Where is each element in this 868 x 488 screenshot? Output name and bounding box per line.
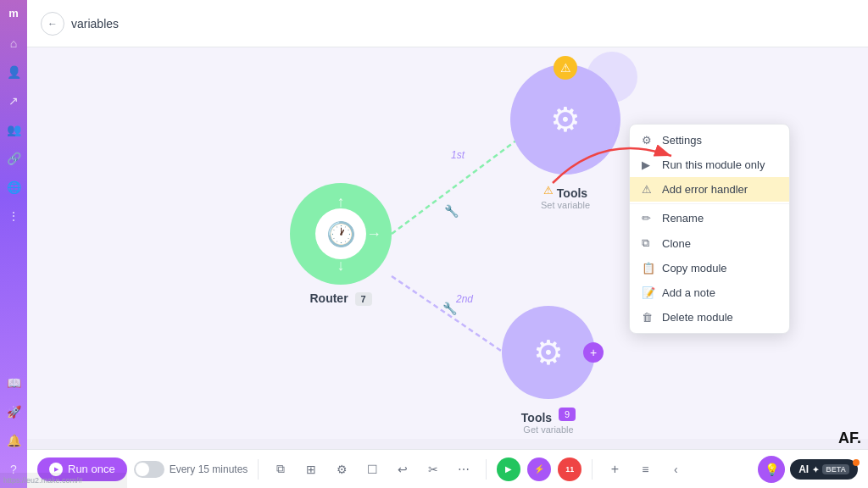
svg-line-0 (392, 132, 527, 234)
rename-icon: ✏ (642, 212, 655, 225)
sidebar-item-people[interactable]: 👥 (2, 118, 25, 141)
router-circle: ↑ → ↓ 🕐 (290, 183, 392, 285)
context-menu-clone[interactable]: ⧉ Clone (630, 230, 789, 256)
context-menu-rename[interactable]: ✏ Rename (630, 206, 789, 230)
delete-module-icon: 🗑 (642, 311, 655, 324)
settings-icon: ⚙ (642, 134, 655, 147)
router-badge: 7 (355, 292, 372, 306)
red-badge-button[interactable]: 11 (558, 458, 581, 481)
add-note-label: Add a note (662, 286, 715, 299)
divider-3 (592, 459, 593, 480)
collapse-icon-btn[interactable]: ‹ (664, 458, 687, 481)
ai-label: AI (798, 463, 809, 475)
settings-icon-btn[interactable]: ⚙ (330, 458, 353, 481)
context-menu-add-error[interactable]: ⚠ Add error handler (630, 177, 789, 202)
copy-icon-btn[interactable]: ⧉ (269, 458, 292, 481)
tools-bottom-label: Tools (521, 411, 552, 424)
router-node[interactable]: ↑ → ↓ 🕐 Router 7 (290, 183, 392, 306)
ai-buttons-wrap: 💡 AI ✦ BETA (758, 456, 858, 483)
sidebar-item-more[interactable]: ⋮ (2, 204, 25, 228)
error-handler-icon: ⚠ (642, 183, 655, 196)
sidebar-item-bell[interactable]: 🔔 (2, 429, 25, 452)
error-badge-top: ⚠ (554, 56, 577, 80)
note-icon-btn[interactable]: ☐ (360, 458, 384, 481)
path-wrench-1: 🔧 (444, 204, 459, 218)
menu-divider-1 (630, 203, 789, 204)
router-label: Router 7 (290, 291, 392, 306)
context-menu-copy-module[interactable]: 📋 Copy module (630, 256, 789, 280)
add-note-icon: 📝 (642, 286, 655, 299)
schedule-toggle-wrap: Every 15 minutes (134, 461, 248, 478)
more-icon-btn[interactable]: ⋯ (452, 458, 476, 481)
path-label-1st: 1st (451, 149, 465, 161)
tools-top-sublabel: Set variable (510, 200, 620, 210)
schedule-label: Every 15 minutes (170, 463, 248, 475)
sidebar-item-book[interactable]: 📖 (2, 371, 25, 395)
purple-tools-button[interactable]: ⚡ (527, 458, 551, 481)
path-label-2nd: 2nd (456, 293, 473, 305)
schedule-toggle[interactable] (134, 461, 164, 478)
delete-module-label: Delete module (662, 311, 733, 324)
ai-text-button[interactable]: AI ✦ BETA (790, 459, 858, 480)
tools-top-label: Tools (557, 186, 587, 200)
tools-icon-bottom: ⚙ (533, 333, 564, 372)
context-menu-add-note[interactable]: 📝 Add a note (630, 280, 789, 305)
ai-lightbulb-button[interactable]: 💡 (758, 456, 785, 483)
context-menu-run-module[interactable]: ▶ Run this module only (630, 152, 789, 177)
context-menu: ⚙ Settings ▶ Run this module only ⚠ Add … (629, 124, 790, 334)
copy-module-label: Copy module (662, 262, 727, 274)
clone-icon: ⧉ (642, 236, 655, 250)
canvas: 1st 2nd 🔧 🔧 ↑ → ↓ 🕐 Router 7 ⚠ ⚙ (27, 47, 868, 439)
grid-icon-btn[interactable]: ⊞ (299, 458, 323, 481)
path-wrench-2: 🔧 (442, 302, 457, 315)
run-icon: ▶ (642, 158, 655, 171)
add-error-label: Add error handler (662, 183, 748, 196)
beta-badge: BETA (822, 464, 849, 474)
router-inner: 🕐 (315, 208, 366, 259)
tools-icon-top: ⚙ (550, 100, 581, 139)
add-connection-button[interactable]: + (583, 342, 604, 363)
topbar: ← variables (27, 0, 868, 47)
tools-bottom-badge: 9 (559, 408, 576, 421)
align-icon-btn[interactable]: ≡ (633, 458, 657, 481)
divider-1 (258, 459, 259, 480)
tools-node-top[interactable]: ⚠ ⚙ ⚠ Tools Set variable (510, 64, 620, 212)
tools-circle-top: ⚠ ⚙ (510, 64, 620, 175)
sidebar-item-share[interactable]: ↗ (2, 89, 25, 113)
green-run-button[interactable]: ▶ (497, 458, 520, 481)
context-menu-delete-module[interactable]: 🗑 Delete module (630, 305, 789, 330)
cut-icon-btn[interactable]: ✂ (421, 458, 445, 481)
run-module-label: Run this module only (662, 158, 765, 171)
sidebar: m ⌂ 👤 ↗ 👥 🔗 🌐 ⋮ 📖 🚀 🔔 ? (0, 0, 27, 488)
ai-sparkle-icon: ✦ (812, 465, 819, 474)
sidebar-item-chain[interactable]: 🔗 (2, 147, 25, 170)
bottombar: Run once Every 15 minutes ⧉ ⊞ ⚙ ☐ ↩ ✂ ⋯ … (27, 449, 868, 488)
af-watermark: AF. (838, 430, 861, 447)
back-button[interactable]: ← (41, 12, 64, 36)
breadcrumb-variables: variables (71, 17, 119, 30)
sidebar-item-rocket[interactable]: 🚀 (2, 400, 25, 424)
sidebar-item-users[interactable]: 👤 (2, 60, 25, 84)
copy-module-icon: 📋 (642, 262, 655, 274)
tools-bottom-sublabel: Get variable (502, 424, 595, 435)
add-module-button[interactable]: + (603, 458, 626, 481)
notification-dot (853, 459, 860, 466)
url-bar: https://eu2.make.com/# (0, 473, 127, 488)
clone-label: Clone (662, 237, 691, 250)
settings-label: Settings (662, 134, 702, 147)
context-menu-settings[interactable]: ⚙ Settings (630, 128, 789, 152)
sidebar-logo: m (8, 7, 19, 19)
undo-icon-btn[interactable]: ↩ (391, 458, 415, 481)
rename-label: Rename (662, 212, 704, 225)
sidebar-item-home[interactable]: ⌂ (2, 31, 25, 55)
tools-circle-bottom: ⚙ + (502, 306, 595, 399)
sidebar-item-globe[interactable]: 🌐 (2, 175, 25, 199)
tools-node-bottom[interactable]: ⚙ + Tools 9 Get variable (502, 306, 595, 436)
lightbulb-icon: 💡 (765, 463, 779, 476)
divider-2 (486, 459, 487, 480)
